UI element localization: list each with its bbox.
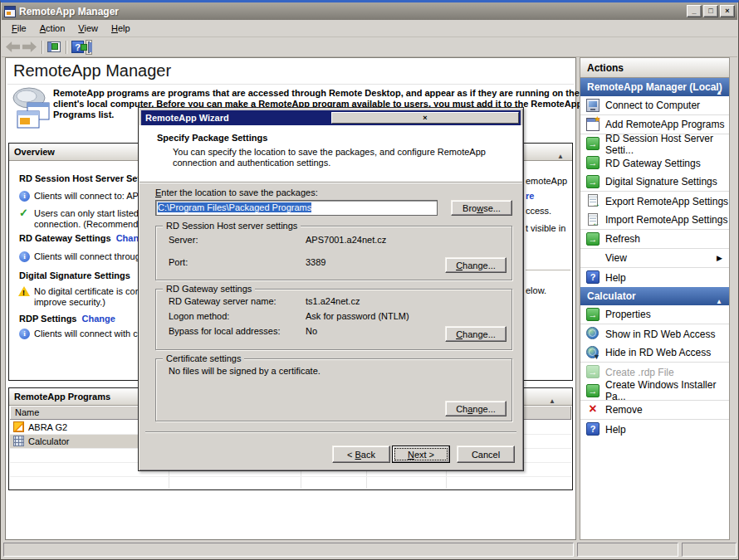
show-action-pane-button[interactable] — [86, 41, 91, 54]
certificate-group: Certificate settings No files will be si… — [155, 358, 512, 421]
cancel-button[interactable]: Cancel — [457, 446, 515, 463]
check-icon: ✓ — [19, 207, 28, 218]
location-label: Enter the location to save the packages: — [155, 187, 318, 197]
action-rd-gateway-settings[interactable]: → RD Gateway Settings — [580, 153, 729, 173]
green-arrow-icon: → — [586, 232, 600, 246]
status-bar-segment — [577, 543, 678, 557]
bypass-value: No — [306, 326, 317, 336]
green-arrow-icon: → — [586, 137, 600, 150]
overview-right-divider — [526, 270, 570, 270]
overview-heading: RDP SettingsChange — [19, 314, 115, 324]
menu-action[interactable]: Action — [33, 22, 72, 35]
change-session-button[interactable]: Change... — [445, 257, 507, 273]
collapse-icon[interactable]: ▲ — [557, 148, 564, 165]
action-connect-to-computer[interactable]: Connect to Computer — [580, 96, 729, 115]
programs-title: RemoteApp Programs — [14, 392, 110, 402]
green-arrow-icon: → — [586, 384, 600, 397]
menu-file[interactable]: File — [5, 22, 33, 35]
console-tree-icon[interactable] — [47, 41, 61, 52]
description-line: Programs list. — [53, 110, 114, 119]
maximize-button[interactable]: □ — [703, 5, 718, 17]
certificate-text: No files will be signed by a certificate… — [169, 366, 321, 376]
close-button[interactable]: × — [720, 5, 735, 17]
computer-icon — [586, 99, 600, 112]
change-certificate-button[interactable]: Change... — [445, 401, 507, 416]
overview-fragment: emoteApp — [526, 176, 567, 186]
description-line: RemoteApp programs are programs that are… — [53, 88, 580, 98]
gateway-server-value: ts1.a24net.cz — [306, 296, 360, 306]
actions-pane: Actions RemoteApp Manager (Local) ▲ Conn… — [580, 57, 730, 540]
change-gateway-button[interactable]: Change... — [445, 326, 507, 342]
server-value: APS7001.a24net.cz — [306, 235, 386, 245]
green-arrow-icon: → — [586, 156, 600, 169]
overview-fragment-link[interactable]: re — [526, 191, 534, 201]
warning-icon: ! — [18, 286, 30, 296]
menu-help[interactable]: Help — [105, 22, 137, 35]
remove-icon: × — [586, 403, 600, 416]
remoteapp-manager-window: RemoteApp Manager _ □ × File Action View… — [0, 0, 739, 560]
actions-group-calculator[interactable]: Calculator ▲ — [580, 287, 729, 305]
action-properties[interactable]: → Properties — [580, 305, 729, 324]
info-icon: i — [19, 191, 30, 202]
close-icon[interactable]: × — [331, 112, 519, 124]
gateway-server-label: RD Gateway server name: — [169, 296, 277, 306]
logon-method-value: Ask for password (NTLM) — [306, 311, 409, 321]
wizard-titlebar[interactable]: RemoteApp Wizard × — [141, 110, 521, 125]
action-create-windows-installer[interactable]: → Create Windows Installer Pa... — [580, 382, 729, 401]
browse-button[interactable]: Browse... — [451, 200, 512, 216]
remoteapp-wizard-dialog: RemoteApp Wizard × Specify Package Setti… — [138, 107, 524, 471]
location-input[interactable]: C:\Program Files\Packaged Programs — [155, 200, 438, 216]
back-button[interactable]: < Back — [332, 446, 390, 463]
action-view[interactable]: View ▶ — [580, 249, 729, 268]
app-icon — [4, 6, 16, 17]
next-button[interactable]: Next > — [392, 446, 450, 463]
back-icon[interactable] — [6, 41, 20, 52]
title-rule — [7, 84, 574, 85]
toolbar-separator — [66, 41, 66, 54]
port-label: Port: — [169, 257, 188, 267]
action-help-calculator[interactable]: ? Help — [580, 420, 729, 439]
overview-fragment: ccess. — [526, 206, 551, 216]
green-arrow-icon: → — [586, 308, 600, 321]
wizard-separator — [145, 431, 516, 433]
menu-view[interactable]: View — [71, 22, 105, 35]
action-show-in-rd-web-access[interactable]: Show in RD Web Access — [580, 324, 729, 343]
abra-icon — [13, 421, 24, 432]
forward-icon[interactable] — [22, 41, 37, 52]
overview-fragment: elow. — [526, 285, 546, 295]
page-title: RemoteApp Manager — [13, 61, 171, 80]
minimize-button[interactable]: _ — [687, 5, 702, 17]
wizard-subheading: You can specify the location to save the… — [173, 147, 486, 157]
bypass-label: Bypass for local addresses: — [169, 326, 281, 336]
gateway-group-title: RD Gateway settings — [163, 284, 255, 294]
export-icon: → — [588, 194, 598, 207]
certificate-group-title: Certificate settings — [163, 353, 244, 363]
action-remove[interactable]: × Remove — [580, 401, 729, 420]
info-icon: i — [19, 251, 30, 262]
session-host-group: RD Session Host server settings Server: … — [155, 226, 512, 280]
green-arrow-icon: → — [586, 175, 600, 188]
logon-method-label: Logon method: — [169, 311, 229, 321]
action-rd-session-host-server-settings[interactable]: → RD Session Host Server Setti... — [580, 134, 729, 153]
calculator-icon — [13, 436, 24, 446]
action-digital-signature-settings[interactable]: → Digital Signature Settings — [580, 173, 729, 192]
action-help[interactable]: ? Help — [580, 268, 729, 287]
actions-group-remoteapp-manager[interactable]: RemoteApp Manager (Local) ▲ — [580, 78, 729, 96]
port-value: 3389 — [306, 257, 325, 267]
help-icon: ? — [586, 422, 600, 436]
window-titlebar[interactable]: RemoteApp Manager _ □ × — [2, 2, 737, 20]
status-bar-segment — [3, 543, 574, 557]
server-label: Server: — [169, 235, 198, 245]
change-link[interactable]: Change — [81, 314, 115, 324]
wizard-subheading: connection and authentication settings. — [173, 158, 330, 168]
overview-title: Overview — [14, 147, 55, 157]
action-import-remoteapp-settings[interactable]: ← Import RemoteApp Settings — [580, 211, 729, 230]
action-refresh[interactable]: → Refresh — [580, 230, 729, 249]
action-hide-in-rd-web-access[interactable]: ▼ Hide in RD Web Access — [580, 343, 729, 363]
globe-icon — [586, 327, 599, 339]
add-program-icon: ★ — [586, 118, 600, 131]
help-icon: ? — [586, 270, 600, 284]
grid-line — [10, 476, 571, 477]
overview-fragment: t visible in — [526, 223, 565, 233]
action-export-remoteapp-settings[interactable]: → Export RemoteApp Settings — [580, 192, 729, 211]
